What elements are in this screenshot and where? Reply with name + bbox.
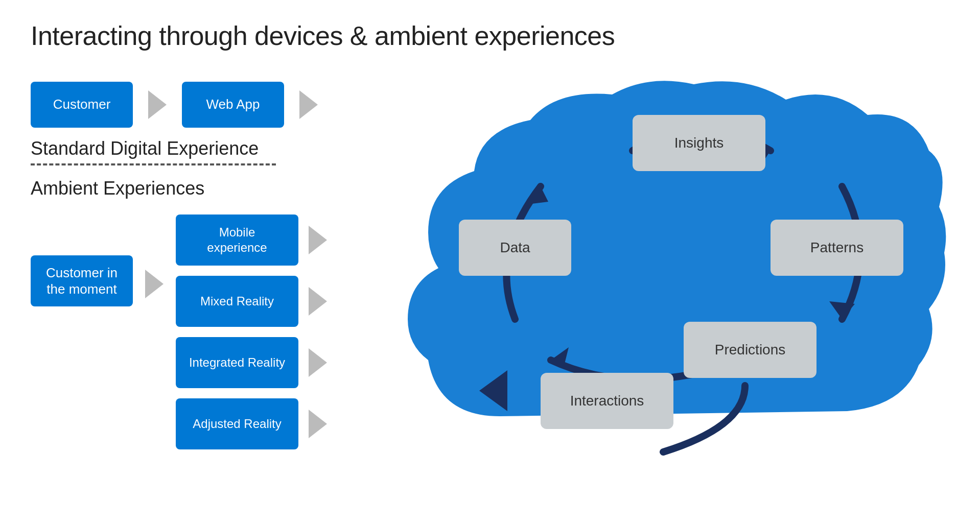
arrow-customer-moment (145, 270, 164, 298)
page-title: Interacting through devices & ambient ex… (31, 20, 949, 51)
patterns-box: Patterns (771, 220, 903, 276)
arrow-mixed (309, 287, 327, 316)
page-wrapper: Interacting through devices & ambient ex… (0, 0, 980, 524)
web-app-button[interactable]: Web App (182, 82, 284, 128)
data-box: Data (459, 220, 571, 276)
integrated-reality-row: Integrated Reality (176, 337, 327, 388)
adjusted-reality-row: Adjusted Reality (176, 398, 327, 449)
section-divider (31, 163, 276, 165)
adjusted-reality-button[interactable]: Adjusted Reality (176, 398, 298, 449)
content-area: Customer Web App Standard Digital Experi… (31, 77, 949, 504)
mobile-experience-row: Mobileexperience (176, 215, 327, 266)
cloud-container: Insights Patterns Predictions Data Inter… (398, 61, 949, 460)
standard-section-label: Standard Digital Experience (31, 138, 388, 159)
customer-button[interactable]: Customer (31, 82, 133, 128)
integrated-reality-button[interactable]: Integrated Reality (176, 337, 298, 388)
customer-moment-button[interactable]: Customer in the moment (31, 255, 133, 306)
arrow-mobile (309, 226, 327, 254)
arrow-webapp-to-cloud (299, 90, 318, 119)
experiences-column: Mobileexperience Mixed Reality Integrate… (176, 215, 327, 449)
ambient-area: Customer in the moment Mobileexperience … (31, 215, 388, 449)
right-panel: Insights Patterns Predictions Data Inter… (399, 77, 949, 521)
mixed-reality-row: Mixed Reality (176, 276, 327, 327)
arrow-integrated (309, 348, 327, 377)
ambient-section-label: Ambient Experiences (31, 178, 388, 199)
mobile-experience-button[interactable]: Mobileexperience (176, 215, 298, 266)
big-left-arrow (479, 370, 507, 411)
standard-digital-row: Customer Web App (31, 82, 388, 128)
arrow-customer-to-webapp (148, 90, 167, 119)
insights-box: Insights (633, 115, 765, 171)
predictions-box: Predictions (684, 322, 816, 378)
interactions-box: Interactions (541, 373, 673, 429)
arrow-adjusted (309, 410, 327, 438)
mixed-reality-button[interactable]: Mixed Reality (176, 276, 298, 327)
left-panel: Customer Web App Standard Digital Experi… (31, 77, 388, 449)
